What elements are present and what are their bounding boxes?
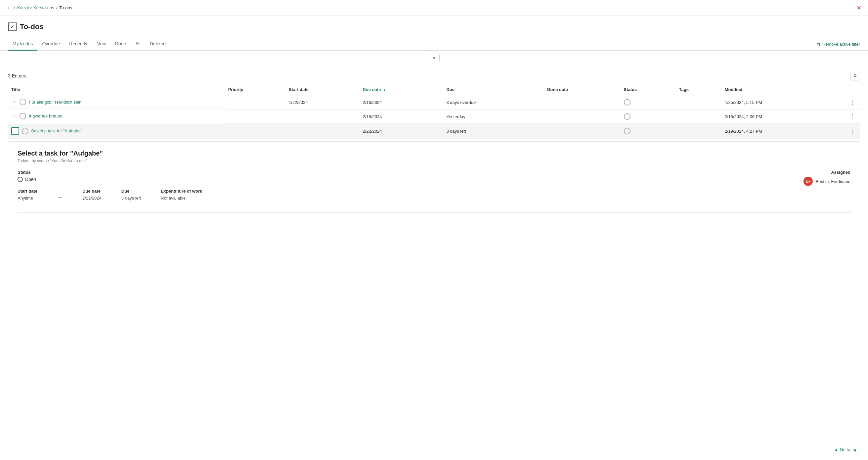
row2-more: ⋮ — [845, 110, 860, 124]
row1-status-circle[interactable] — [20, 99, 26, 105]
row2-modified: 2/15/2024, 2:06 PM — [721, 110, 845, 124]
row2-priority — [225, 110, 285, 124]
row3-due-date: 2/22/2024 — [359, 124, 443, 139]
row2-tags — [676, 110, 721, 124]
row1-status — [621, 95, 676, 110]
tab-recently[interactable]: Recently — [64, 38, 92, 51]
col-title[interactable]: Title — [8, 84, 225, 95]
row2-expand-button[interactable]: + — [11, 113, 17, 119]
row3-start-date — [285, 124, 360, 139]
row1-expand-button[interactable]: + — [11, 99, 17, 105]
detail-panel: Select a task for "Aufgabe" Today - by c… — [8, 141, 860, 226]
row2-title-link[interactable]: Ingwertee brauen — [29, 114, 62, 119]
tab-all[interactable]: All — [131, 38, 145, 51]
row3-expand-button[interactable]: − — [11, 127, 19, 135]
breadcrumb-separator-2: / — [56, 5, 58, 10]
due-date-value: 2/22/2024 — [82, 195, 101, 201]
table-row: − Select a task for "Aufgabe" 2/22/2024 … — [8, 124, 860, 139]
breadcrumb-parent[interactable]: Kurs für Kursto-dos — [17, 5, 54, 10]
entries-count: 3 Entries — [8, 73, 26, 79]
row1-due: 3 days overdue — [443, 95, 544, 110]
col-priority[interactable]: Priority — [225, 84, 285, 95]
remove-filter-label: Remove active filter — [823, 42, 860, 47]
row2-start-date — [285, 110, 360, 124]
start-date-section: Start date Anytime — [18, 189, 37, 201]
status-open-circle[interactable] — [18, 177, 23, 182]
assigned-label: Assigned — [784, 170, 850, 175]
filter-dropdown-button[interactable]: ▾ — [429, 54, 440, 62]
col-due-date[interactable]: Due date ▲ — [359, 84, 443, 95]
tabs-bar: My to-dos Overdue Recently New Done All … — [0, 38, 868, 51]
col-modified[interactable]: Modified — [721, 84, 845, 95]
avatar: BF — [804, 177, 813, 186]
row1-more: ⋮ — [845, 95, 860, 110]
row3-done-circle[interactable] — [624, 128, 630, 134]
row2-more-button[interactable]: ⋮ — [848, 113, 857, 120]
row1-done-circle[interactable] — [624, 99, 630, 105]
dates-row: Start date Anytime → Due date 2/22/2024 … — [18, 189, 784, 201]
col-tags[interactable]: Tags — [676, 84, 721, 95]
remove-filter-button[interactable]: 🗑 Remove active filter — [816, 41, 860, 47]
close-button[interactable]: ✕ — [857, 4, 861, 11]
row2-status-circle[interactable] — [20, 113, 26, 120]
top-bar: ← / Kurs für Kursto-dos / To-dos ✕ — [0, 0, 868, 16]
col-start-date[interactable]: Start date — [285, 84, 360, 95]
assigned-name: Beutlin, Ferdinand — [815, 179, 850, 184]
row2-title-cell: + Ingwertee brauen — [8, 110, 225, 123]
tab-my-todos[interactable]: My to-dos — [8, 38, 37, 51]
detail-grid: Status Open Start date Anytime → Due dat… — [18, 170, 850, 207]
start-date-label: Start date — [18, 189, 37, 193]
row2-due: Yesterday — [443, 110, 544, 124]
filter-row: ▾ — [0, 51, 868, 65]
due-value: 3 days left — [121, 195, 141, 201]
detail-left: Status Open Start date Anytime → Due dat… — [18, 170, 784, 207]
tab-new[interactable]: New — [92, 38, 111, 51]
row3-done-date — [544, 124, 621, 139]
due-date-label: Due date — [82, 189, 101, 193]
breadcrumb-current: To-dos — [59, 5, 72, 10]
table-body: + Für alle gilt: Freundlich sein 1/22/20… — [8, 95, 860, 139]
row2-done-date — [544, 110, 621, 124]
col-status[interactable]: Status — [621, 84, 676, 95]
col-due[interactable]: Due — [443, 84, 544, 95]
status-value: Open — [18, 177, 784, 182]
row1-modified: 1/25/2024, 5:15 PM — [721, 95, 845, 110]
row1-title-cell: + Für alle gilt: Freundlich sein — [8, 95, 225, 109]
row3-priority — [225, 124, 285, 139]
row1-tags — [676, 95, 721, 110]
back-button[interactable]: ← — [7, 5, 12, 11]
start-date-value: Anytime — [18, 195, 37, 201]
row1-title-link[interactable]: Für alle gilt: Freundlich sein — [29, 100, 82, 104]
due-date-section: Due date 2/22/2024 — [82, 189, 101, 201]
breadcrumb: ← / Kurs für Kursto-dos / To-dos — [7, 5, 72, 11]
row1-start-date: 1/22/2024 — [285, 95, 360, 110]
row2-status — [621, 110, 676, 124]
tab-done[interactable]: Done — [111, 38, 131, 51]
row3-more-button[interactable]: ⋮ — [848, 127, 857, 135]
checkbox-symbol: ✓ — [10, 24, 14, 29]
table-row: + Ingwertee brauen 2/18/2024 Yesterday 2… — [8, 110, 860, 124]
detail-title: Select a task for "Aufgabe" — [18, 150, 850, 157]
row1-done-date — [544, 95, 621, 110]
row2-done-circle[interactable] — [624, 113, 630, 120]
detail-right: Assigned BF Beutlin, Ferdinand — [784, 170, 850, 207]
settings-button[interactable]: ⚙ — [850, 71, 860, 81]
row3-status — [621, 124, 676, 139]
row3-title-link[interactable]: Select a task for "Aufgabe" — [31, 128, 82, 133]
status-text: Open — [25, 177, 36, 182]
detail-subtitle: Today - by course "Kurs für Kursto-dos" — [18, 158, 850, 163]
settings-icon: ⚙ — [853, 73, 857, 78]
page-title: ✓ To-dos — [8, 23, 860, 31]
tab-deleted[interactable]: Deleted — [145, 38, 170, 51]
row1-more-button[interactable]: ⋮ — [848, 99, 857, 106]
sort-arrow-icon: ▲ — [383, 88, 386, 92]
row3-title-cell: − Select a task for "Aufgabe" — [8, 124, 225, 139]
row1-due-date: 2/16/2024 — [359, 95, 443, 110]
tab-overdue[interactable]: Overdue — [37, 38, 64, 51]
row3-status-circle[interactable] — [22, 128, 28, 134]
col-done-date[interactable]: Done date — [544, 84, 621, 95]
breadcrumb-separator-slash: / — [14, 5, 15, 10]
due-label: Due — [121, 189, 141, 193]
row1-priority — [225, 95, 285, 110]
table-header: Title Priority Start date Due date ▲ Due… — [8, 84, 860, 95]
